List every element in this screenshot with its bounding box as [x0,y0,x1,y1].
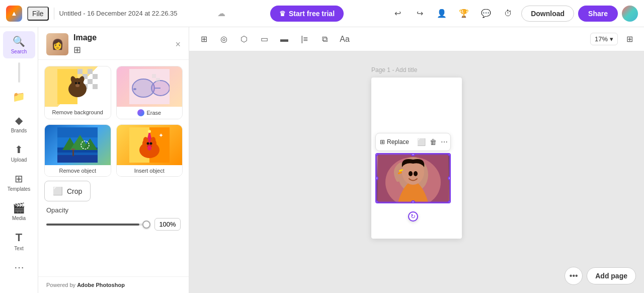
opacity-slider[interactable] [46,224,149,226]
panel-scroll-area: Remove background [38,60,189,276]
opacity-slider-thumb[interactable] [142,221,150,229]
replace-button[interactable]: ⊞ Replace [380,138,409,145]
crop-icon: ⬜ [53,186,63,196]
toolbar-copy-btn[interactable]: ⧉ [316,31,333,48]
opacity-input[interactable] [154,218,181,231]
canvas-selected-image[interactable] [375,153,451,203]
svg-point-14 [75,82,77,84]
file-menu[interactable]: File [27,7,49,21]
panel-icon-row: ⊞ [73,44,97,55]
media-icon: 🎬 [13,202,25,214]
panel-header: 👩 Image ⊞ × [38,27,189,60]
add-title-label[interactable]: - Add title [392,66,417,74]
image-more-button[interactable]: ⋯ [441,136,448,148]
brands-icon: ◆ [15,114,23,126]
replace-icon: ⊞ [380,138,385,145]
crop-button[interactable]: ⬜ Crop [44,181,91,201]
sidebar-item-upload[interactable]: ⬆ Upload [3,139,35,167]
sidebar-item-search[interactable]: 🔍 Search [3,31,35,58]
tools-grid: Remove background [38,60,189,181]
svg-rect-22 [152,74,156,78]
sidebar-item-text[interactable]: T Text [3,227,35,255]
topbar-center: ♛ Start free trial [230,6,383,22]
download-button[interactable]: Download [521,6,574,22]
sidebar-item-brands[interactable]: ◆ Brands [3,110,35,137]
svg-rect-7 [88,79,93,84]
opacity-section: Opacity [38,206,189,237]
selection-line-bottom [376,201,450,202]
more-options-button[interactable]: ••• [565,267,583,285]
opacity-slider-fill [46,224,139,226]
sidebar-item-media[interactable]: 🎬 Media [3,198,35,225]
opacity-label: Opacity [46,206,181,214]
sidebar-item-upload-label: Upload [11,157,27,163]
cloud-icon[interactable]: ☁ [217,9,225,18]
crop-label: Crop [67,187,82,195]
toolbar-text-btn[interactable]: Aa [336,31,353,48]
redo-button[interactable]: ↪ [411,5,429,23]
erase-card[interactable]: Erase [116,66,183,119]
timer-button[interactable]: ⏱ [499,5,517,23]
image-crop-button[interactable]: ⬜ [417,136,426,148]
sidebar-item-templates[interactable]: ⊞ Templates [3,169,35,196]
toolbar-align-btn[interactable]: |≡ [296,31,313,48]
toolbar-expand-btn[interactable]: ⊞ [195,31,212,48]
remove-object-label: Remove object [45,165,111,176]
start-trial-label: Start free trial [289,10,335,18]
page-number: Page 1 [371,66,390,74]
collaborate-button[interactable]: 👤 [433,5,451,23]
canvas-page[interactable]: ⊞ Replace ⬜ 🗑 ⋯ [371,78,462,239]
svg-rect-33 [71,149,75,150]
page-label: Page 1 - Add title [371,66,417,74]
fullscreen-button[interactable]: ⊞ [621,31,638,48]
selection-line-left [376,154,377,202]
avatar[interactable] [622,6,638,22]
svg-rect-9 [93,84,98,89]
sidebar-item-projects[interactable]: 📁 [3,87,35,108]
remove-background-card[interactable]: Remove background [44,66,111,119]
toolbar-line-btn[interactable]: ▬ [276,31,293,48]
erase-badge [137,109,144,116]
zoom-label: 17% [595,35,608,43]
trophy-button[interactable]: 🏆 [455,5,473,23]
comment-button[interactable]: 💬 [477,5,495,23]
upload-icon: ⬆ [15,143,23,156]
sidebar-item-brands-label: Brands [11,128,27,133]
sidebar-item-search-label: Search [11,49,27,54]
sidebar-item-more[interactable]: ⋯ [3,257,35,279]
sidebar-scroll [18,62,20,83]
erase-label: Erase [117,107,183,119]
remove-background-label: Remove background [45,107,111,118]
panel-close-button[interactable]: × [175,39,181,50]
share-button[interactable]: Share [578,6,618,22]
svg-rect-5 [93,74,98,79]
logo[interactable]: ▲ [6,6,22,22]
remove-object-card[interactable]: Remove object [44,124,111,177]
remove-object-preview [45,125,111,165]
undo-button[interactable]: ↩ [388,5,407,23]
logo-icon: ▲ [11,10,18,17]
canvas-content[interactable]: Page 1 - Add title ⊞ Replace ⬜ [189,51,644,293]
start-trial-button[interactable]: ♛ Start free trial [270,6,344,22]
svg-rect-28 [57,155,98,163]
powered-by: Powered by Adobe Photoshop [38,276,189,293]
insert-object-card[interactable]: ✦ Insert object [116,124,183,177]
panel-grid-icon[interactable]: ⊞ [73,44,81,55]
zoom-control[interactable]: 17% ▾ [590,33,618,45]
add-page-button[interactable]: Add page [587,267,636,284]
text-icon: T [16,231,22,244]
image-delete-button[interactable]: 🗑 [430,136,437,148]
toolbar-hex-btn[interactable]: ⬡ [235,31,253,48]
svg-rect-2 [77,69,83,74]
toolbar-rect-btn[interactable]: ▭ [256,31,273,48]
main-layout: 🔍 Search 📁 ◆ Brands ⬆ Upload ⊞ Templates… [0,27,644,293]
svg-point-15 [78,82,80,84]
more-options-icon: ••• [570,271,578,280]
sidebar-item-text-label: Text [14,246,23,251]
toolbar-circle-btn[interactable]: ◎ [215,31,232,48]
panel-thumbnail: 👩 [46,33,68,55]
rotate-handle[interactable]: ↻ [408,211,418,222]
image-panel: 👩 Image ⊞ × [38,27,189,293]
selection-line-right [449,154,450,202]
search-icon: 🔍 [13,35,25,47]
